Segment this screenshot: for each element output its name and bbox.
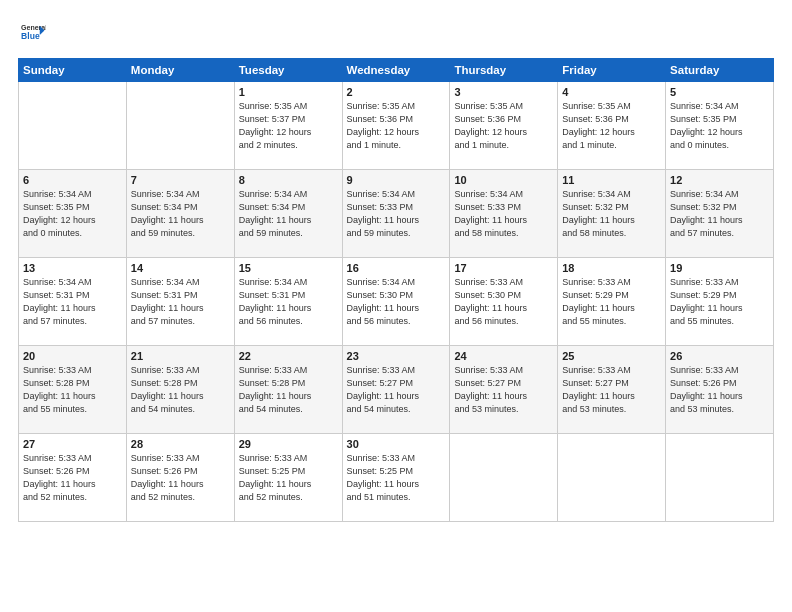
day-number: 11: [562, 174, 661, 186]
calendar-cell: 18Sunrise: 5:33 AM Sunset: 5:29 PM Dayli…: [558, 258, 666, 346]
day-number: 1: [239, 86, 338, 98]
day-number: 24: [454, 350, 553, 362]
calendar-cell: 6Sunrise: 5:34 AM Sunset: 5:35 PM Daylig…: [19, 170, 127, 258]
calendar-cell: [558, 434, 666, 522]
logo-icon: General Blue: [18, 18, 46, 46]
day-detail: Sunrise: 5:33 AM Sunset: 5:26 PM Dayligh…: [23, 452, 122, 504]
page: General Blue SundayMondayTuesdayWednesda…: [0, 0, 792, 612]
calendar-cell: 4Sunrise: 5:35 AM Sunset: 5:36 PM Daylig…: [558, 82, 666, 170]
day-number: 14: [131, 262, 230, 274]
calendar-cell: 12Sunrise: 5:34 AM Sunset: 5:32 PM Dayli…: [666, 170, 774, 258]
calendar-cell: 29Sunrise: 5:33 AM Sunset: 5:25 PM Dayli…: [234, 434, 342, 522]
calendar-cell: 21Sunrise: 5:33 AM Sunset: 5:28 PM Dayli…: [126, 346, 234, 434]
day-number: 12: [670, 174, 769, 186]
day-number: 7: [131, 174, 230, 186]
day-detail: Sunrise: 5:34 AM Sunset: 5:31 PM Dayligh…: [131, 276, 230, 328]
day-detail: Sunrise: 5:34 AM Sunset: 5:35 PM Dayligh…: [670, 100, 769, 152]
calendar-cell: [126, 82, 234, 170]
day-header-sunday: Sunday: [19, 59, 127, 82]
day-number: 18: [562, 262, 661, 274]
day-number: 21: [131, 350, 230, 362]
svg-text:Blue: Blue: [21, 31, 40, 41]
calendar-cell: 27Sunrise: 5:33 AM Sunset: 5:26 PM Dayli…: [19, 434, 127, 522]
day-number: 5: [670, 86, 769, 98]
day-detail: Sunrise: 5:34 AM Sunset: 5:32 PM Dayligh…: [670, 188, 769, 240]
calendar-cell: 1Sunrise: 5:35 AM Sunset: 5:37 PM Daylig…: [234, 82, 342, 170]
day-number: 23: [347, 350, 446, 362]
calendar-cell: 22Sunrise: 5:33 AM Sunset: 5:28 PM Dayli…: [234, 346, 342, 434]
day-detail: Sunrise: 5:34 AM Sunset: 5:34 PM Dayligh…: [239, 188, 338, 240]
calendar-cell: 23Sunrise: 5:33 AM Sunset: 5:27 PM Dayli…: [342, 346, 450, 434]
calendar-cell: 16Sunrise: 5:34 AM Sunset: 5:30 PM Dayli…: [342, 258, 450, 346]
calendar-cell: 25Sunrise: 5:33 AM Sunset: 5:27 PM Dayli…: [558, 346, 666, 434]
calendar-cell: 17Sunrise: 5:33 AM Sunset: 5:30 PM Dayli…: [450, 258, 558, 346]
week-row-5: 27Sunrise: 5:33 AM Sunset: 5:26 PM Dayli…: [19, 434, 774, 522]
day-number: 17: [454, 262, 553, 274]
day-detail: Sunrise: 5:33 AM Sunset: 5:28 PM Dayligh…: [23, 364, 122, 416]
calendar-cell: 26Sunrise: 5:33 AM Sunset: 5:26 PM Dayli…: [666, 346, 774, 434]
week-row-3: 13Sunrise: 5:34 AM Sunset: 5:31 PM Dayli…: [19, 258, 774, 346]
day-number: 8: [239, 174, 338, 186]
day-detail: Sunrise: 5:33 AM Sunset: 5:27 PM Dayligh…: [454, 364, 553, 416]
day-detail: Sunrise: 5:33 AM Sunset: 5:30 PM Dayligh…: [454, 276, 553, 328]
calendar-cell: 28Sunrise: 5:33 AM Sunset: 5:26 PM Dayli…: [126, 434, 234, 522]
day-number: 26: [670, 350, 769, 362]
day-header-thursday: Thursday: [450, 59, 558, 82]
week-row-1: 1Sunrise: 5:35 AM Sunset: 5:37 PM Daylig…: [19, 82, 774, 170]
day-detail: Sunrise: 5:34 AM Sunset: 5:35 PM Dayligh…: [23, 188, 122, 240]
day-detail: Sunrise: 5:33 AM Sunset: 5:29 PM Dayligh…: [562, 276, 661, 328]
day-detail: Sunrise: 5:35 AM Sunset: 5:36 PM Dayligh…: [562, 100, 661, 152]
calendar-cell: 8Sunrise: 5:34 AM Sunset: 5:34 PM Daylig…: [234, 170, 342, 258]
calendar-cell: 20Sunrise: 5:33 AM Sunset: 5:28 PM Dayli…: [19, 346, 127, 434]
day-detail: Sunrise: 5:34 AM Sunset: 5:31 PM Dayligh…: [239, 276, 338, 328]
day-number: 3: [454, 86, 553, 98]
day-number: 30: [347, 438, 446, 450]
day-detail: Sunrise: 5:33 AM Sunset: 5:25 PM Dayligh…: [239, 452, 338, 504]
day-number: 25: [562, 350, 661, 362]
day-number: 19: [670, 262, 769, 274]
calendar-cell: 15Sunrise: 5:34 AM Sunset: 5:31 PM Dayli…: [234, 258, 342, 346]
day-number: 2: [347, 86, 446, 98]
day-detail: Sunrise: 5:33 AM Sunset: 5:29 PM Dayligh…: [670, 276, 769, 328]
day-number: 20: [23, 350, 122, 362]
day-header-saturday: Saturday: [666, 59, 774, 82]
day-detail: Sunrise: 5:33 AM Sunset: 5:28 PM Dayligh…: [239, 364, 338, 416]
calendar-cell: 10Sunrise: 5:34 AM Sunset: 5:33 PM Dayli…: [450, 170, 558, 258]
day-number: 9: [347, 174, 446, 186]
calendar-cell: [450, 434, 558, 522]
day-detail: Sunrise: 5:35 AM Sunset: 5:37 PM Dayligh…: [239, 100, 338, 152]
calendar-cell: 30Sunrise: 5:33 AM Sunset: 5:25 PM Dayli…: [342, 434, 450, 522]
calendar-cell: 5Sunrise: 5:34 AM Sunset: 5:35 PM Daylig…: [666, 82, 774, 170]
day-detail: Sunrise: 5:33 AM Sunset: 5:26 PM Dayligh…: [670, 364, 769, 416]
calendar-cell: 13Sunrise: 5:34 AM Sunset: 5:31 PM Dayli…: [19, 258, 127, 346]
day-detail: Sunrise: 5:35 AM Sunset: 5:36 PM Dayligh…: [454, 100, 553, 152]
day-detail: Sunrise: 5:34 AM Sunset: 5:33 PM Dayligh…: [347, 188, 446, 240]
day-header-tuesday: Tuesday: [234, 59, 342, 82]
day-number: 6: [23, 174, 122, 186]
day-number: 13: [23, 262, 122, 274]
calendar-cell: 3Sunrise: 5:35 AM Sunset: 5:36 PM Daylig…: [450, 82, 558, 170]
calendar-cell: 14Sunrise: 5:34 AM Sunset: 5:31 PM Dayli…: [126, 258, 234, 346]
calendar-cell: [19, 82, 127, 170]
day-detail: Sunrise: 5:35 AM Sunset: 5:36 PM Dayligh…: [347, 100, 446, 152]
logo: General Blue: [18, 18, 46, 46]
days-header-row: SundayMondayTuesdayWednesdayThursdayFrid…: [19, 59, 774, 82]
day-number: 22: [239, 350, 338, 362]
day-header-wednesday: Wednesday: [342, 59, 450, 82]
week-row-4: 20Sunrise: 5:33 AM Sunset: 5:28 PM Dayli…: [19, 346, 774, 434]
day-detail: Sunrise: 5:34 AM Sunset: 5:30 PM Dayligh…: [347, 276, 446, 328]
day-header-monday: Monday: [126, 59, 234, 82]
header: General Blue: [18, 18, 774, 46]
day-number: 16: [347, 262, 446, 274]
day-detail: Sunrise: 5:33 AM Sunset: 5:25 PM Dayligh…: [347, 452, 446, 504]
day-detail: Sunrise: 5:34 AM Sunset: 5:34 PM Dayligh…: [131, 188, 230, 240]
calendar-cell: 9Sunrise: 5:34 AM Sunset: 5:33 PM Daylig…: [342, 170, 450, 258]
calendar-cell: [666, 434, 774, 522]
day-detail: Sunrise: 5:33 AM Sunset: 5:28 PM Dayligh…: [131, 364, 230, 416]
calendar-cell: 2Sunrise: 5:35 AM Sunset: 5:36 PM Daylig…: [342, 82, 450, 170]
week-row-2: 6Sunrise: 5:34 AM Sunset: 5:35 PM Daylig…: [19, 170, 774, 258]
day-detail: Sunrise: 5:33 AM Sunset: 5:26 PM Dayligh…: [131, 452, 230, 504]
day-detail: Sunrise: 5:33 AM Sunset: 5:27 PM Dayligh…: [347, 364, 446, 416]
day-number: 4: [562, 86, 661, 98]
day-number: 28: [131, 438, 230, 450]
